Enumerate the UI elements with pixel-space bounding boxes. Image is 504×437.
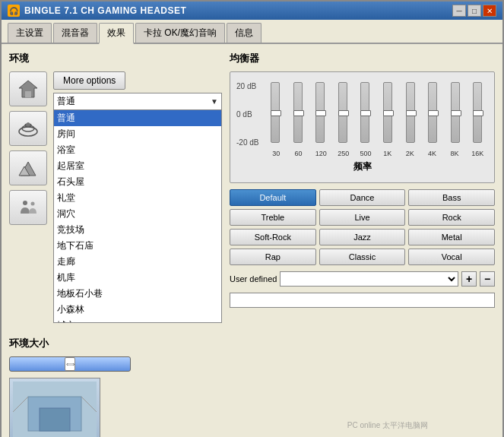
env-dropdown-list[interactable]: 普通 房间 浴室 起居室 石头屋 礼堂 洞穴 竞技场 地下石庙 走廊 机库 [53,110,222,323]
eq-thumb-1k [383,110,394,116]
user-defined-select[interactable] [280,271,458,287]
env-title: 环境 [9,52,222,65]
app-icon: 🎧 [8,5,20,17]
eq-db-bot: -20 dB [236,138,258,147]
preset-softrock[interactable]: Soft-Rock [230,229,316,245]
remove-preset-button[interactable]: − [480,271,495,287]
env-dropdown-container: 普通 ▼ 普通 房间 浴室 起居室 石头屋 礼堂 洞穴 [53,93,222,323]
tab-info[interactable]: 信息 [227,23,262,43]
eq-title: 均衡器 [230,52,495,65]
window-title: BINGLE 7.1 CH GAMING HEADSET [24,5,186,16]
freq-30: 30 [271,150,281,157]
list-item[interactable]: 浴室 [54,142,221,158]
env-icon-mountains[interactable] [9,150,47,185]
preset-dance[interactable]: Dance [319,189,406,206]
environment-section: 环境 [9,52,222,437]
preset-rap[interactable]: Rap [230,249,316,265]
maximize-button[interactable]: □ [468,5,481,17]
list-item[interactable]: 走廊 [54,254,221,270]
freq-60: 60 [293,150,303,157]
svg-point-5 [27,122,30,125]
right-panel: 均衡器 20 dB 0 dB -20 dB [230,52,495,437]
eq-thumb-8k [451,110,461,116]
eq-thumb-120 [315,110,326,116]
freq-16k: 16K [471,150,482,157]
env-preview-image [9,378,100,437]
eq-slider-30[interactable] [271,82,280,143]
eq-thumb-500 [360,110,371,116]
env-size-slider-thumb: ⟺ [65,357,75,371]
env-selected-value: 普通 [57,95,75,108]
list-item[interactable]: 竞技场 [54,222,221,238]
list-item[interactable]: 小森林 [54,302,221,318]
eq-thumb-2k [406,110,417,116]
env-icon-house[interactable] [9,71,47,106]
freq-section-label: 频率 [236,160,488,173]
user-defined-row: User defined + − [230,271,495,287]
eq-presets: Default Dance Bass Treble Live Rock Soft… [230,189,495,265]
svg-rect-12 [40,408,70,431]
eq-slider-500[interactable] [360,82,369,143]
tab-karaoke[interactable]: 卡拉 OK/魔幻音响 [135,23,225,43]
list-item[interactable]: 机库 [54,270,221,286]
preset-bass[interactable]: Bass [408,189,495,206]
eq-slider-16k[interactable] [473,82,482,143]
tab-mixer[interactable]: 混音器 [53,23,97,43]
env-icon-venue[interactable] [9,111,47,146]
list-item[interactable]: 石头屋 [54,174,221,190]
env-size-slider-container: ⟺ [9,356,222,372]
svg-rect-1 [25,91,31,97]
eq-inner: 20 dB 0 dB -20 dB [236,78,488,157]
watermark: PC online 太平洋电脑网 [347,420,428,431]
list-item[interactable]: 房间 [54,126,221,142]
list-item[interactable]: 普通 [54,110,221,126]
list-item[interactable]: 起居室 [54,158,221,174]
user-defined-label: User defined [230,274,277,283]
close-button[interactable]: ✕ [483,5,496,17]
env-size-slider[interactable]: ⟺ [9,356,131,372]
preset-treble[interactable]: Treble [230,209,316,226]
list-item[interactable]: 城市 [54,318,221,323]
env-icon-people[interactable] [9,190,47,225]
left-panel: 环境 [9,52,222,437]
preset-live[interactable]: Live [319,209,406,226]
eq-db-labels: 20 dB 0 dB -20 dB [236,78,258,147]
preset-default[interactable]: Default [230,189,316,206]
eq-slider-2k[interactable] [406,82,415,143]
title-bar: 🎧 BINGLE 7.1 CH GAMING HEADSET ─ □ ✕ [2,2,502,20]
tab-settings[interactable]: 主设置 [8,23,52,43]
user-defined-input[interactable] [230,293,495,308]
eq-thumb-60 [293,110,304,116]
env-dropdown-area: More options 普通 ▼ 普通 房间 浴室 起居室 [53,71,222,323]
preset-vocal[interactable]: Vocal [408,249,495,265]
svg-point-8 [23,201,27,205]
freq-2k: 2K [404,150,415,157]
list-item[interactable]: 礼堂 [54,190,221,206]
tab-effects[interactable]: 效果 [99,23,134,44]
eq-bars-area: 30 60 120 250 500 1K 2K 4K 8K 16K [265,78,488,157]
preset-jazz[interactable]: Jazz [319,229,406,245]
list-item[interactable]: 洞穴 [54,206,221,222]
eq-slider-1k[interactable] [383,82,392,143]
eq-slider-4k[interactable] [428,82,437,143]
minimize-button[interactable]: ─ [452,5,466,17]
list-item[interactable]: 地下石庙 [54,238,221,254]
freq-250: 250 [338,150,348,157]
freq-8k: 8K [449,150,460,157]
eq-thumb-30 [271,110,281,116]
eq-slider-60[interactable] [293,82,303,143]
window-controls: ─ □ ✕ [452,5,496,17]
env-preview-inner [10,378,100,437]
preset-classic[interactable]: Classic [319,249,406,265]
eq-display: 20 dB 0 dB -20 dB [230,71,495,183]
env-dropdown-header[interactable]: 普通 ▼ [53,93,222,110]
list-item[interactable]: 地板石小巷 [54,286,221,302]
more-options-button[interactable]: More options [53,71,125,90]
preset-metal[interactable]: Metal [408,229,495,245]
eq-slider-8k[interactable] [451,82,460,143]
add-preset-button[interactable]: + [461,271,477,287]
preset-rock[interactable]: Rock [408,209,495,226]
eq-slider-120[interactable] [315,82,325,143]
svg-point-9 [31,202,35,206]
eq-slider-250[interactable] [338,82,347,143]
